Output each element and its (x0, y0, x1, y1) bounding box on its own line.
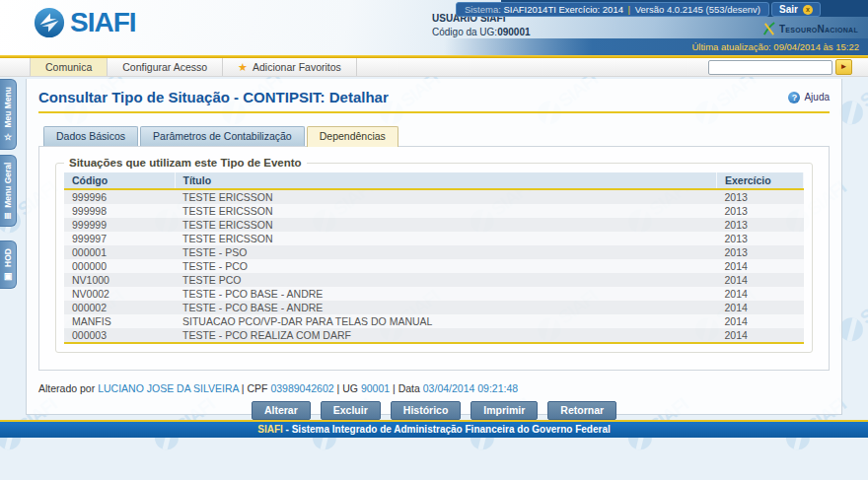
last-update: Última atualização: 09/04/2014 às 15:22 (691, 41, 859, 52)
footer-brand: SIAFI (257, 424, 283, 435)
audit-user-name: LUCIANO JOSE DA SILVEIRA (98, 382, 239, 394)
help-icon: ? (788, 92, 800, 103)
excluir-button[interactable]: Excluir (321, 401, 381, 420)
tab-label: Dados Básicos (56, 130, 125, 142)
help-link[interactable]: ? Ajuda (788, 92, 830, 103)
nav-tab-label: Adicionar Favoritos (253, 61, 341, 73)
cell-codigo: 999999 (64, 218, 175, 232)
tab-label: Parâmetros de Contabilização (153, 130, 292, 142)
cell-codigo: 999998 (64, 204, 175, 218)
footer-text: - Sistema Integrado de Administração Fin… (286, 424, 611, 435)
table-row: 000001TESTE - PSO2013 (64, 245, 804, 259)
alterar-button[interactable]: Alterar (252, 401, 311, 420)
cell-codigo: MANFIS (64, 314, 175, 328)
table-row: 000000TESTE - PCO2014 (64, 259, 804, 273)
retornar-button[interactable]: Retornar (547, 401, 616, 420)
left-sidebar: ☆ Meu Menu ≣ Menu Geral ▣ HOD (0, 79, 19, 294)
nav-tab-label: Configurar Acesso (122, 61, 207, 73)
nav-tab-label: Comunica (45, 61, 92, 73)
action-buttons: Alterar Excluir Histórico Imprimir Retor… (38, 401, 830, 420)
cell-titulo: TESTE - PCO BASE - ANDRE (175, 301, 717, 314)
audit-prefix: Alterado por (38, 382, 95, 394)
cell-codigo: 999997 (64, 232, 175, 245)
sidebar-item-meu-menu[interactable]: ☆ Meu Menu (0, 79, 17, 150)
favorite-star-icon: ★ (238, 61, 248, 74)
nav-tab-adicionar-favoritos[interactable]: ★ Adicionar Favoritos (223, 58, 357, 76)
cell-titulo: SITUACAO PCO/VP-DAR PARA TELAS DO MANUAL (175, 314, 717, 328)
cell-codigo: 000000 (64, 259, 175, 273)
historico-button[interactable]: Histórico (391, 401, 462, 420)
siafi-app: SIAFISIAFISIAFISIAFISIAFISIAFISIAFISIAFI… (0, 0, 868, 480)
header: SIAFI USUARIO SIAFI Código da UG:090001 … (0, 0, 868, 55)
ug-value: 090001 (497, 27, 530, 37)
cell-codigo: 000003 (64, 328, 175, 343)
sidebar-item-hod[interactable]: ▣ HOD (0, 240, 17, 289)
audit-cpf-value: 03989042602 (270, 382, 333, 394)
audit-info: Alterado por LUCIANO JOSE DA SILVEIRA | … (38, 382, 830, 394)
nav-tab-comunica[interactable]: Comunica (30, 58, 108, 76)
system-label: Sistema: (465, 4, 501, 15)
quick-search: ► (708, 59, 852, 75)
system-separator: | (628, 4, 630, 15)
fieldset-legend: Situações que utilizam este Tipo de Even… (64, 157, 307, 169)
star-icon: ☆ (3, 132, 13, 142)
logout-icon: x (803, 5, 813, 15)
audit-datetime: 03/04/2014 09:21:48 (423, 382, 518, 394)
header-yellow-rule (0, 55, 868, 58)
cell-exercicio: 2013 (717, 218, 804, 232)
quick-search-go-button[interactable]: ► (835, 59, 852, 75)
siafi-logo-text: SIAFI (70, 7, 136, 38)
cell-titulo: TESTE - PCO REALIZA COM DARF (175, 328, 717, 343)
cell-titulo: TESTE - PCO (175, 259, 717, 273)
system-version: Versão 4.0.2145 (553/desenv) (635, 4, 760, 15)
ug-label: Código da UG: (432, 27, 497, 37)
sidebar-item-menu-geral[interactable]: ≣ Menu Geral (0, 155, 17, 228)
dependencias-panel: Situações que utilizam este Tipo de Even… (38, 146, 830, 371)
tesouro-nacional-icon (761, 22, 776, 36)
tab-parametros-contabilizacao[interactable]: Parâmetros de Contabilização (140, 126, 305, 146)
cell-titulo: TESTE ERICSSON (175, 189, 717, 204)
quick-search-input[interactable] (708, 60, 832, 75)
cell-codigo: NV0002 (64, 287, 175, 301)
audit-ug-value: 90001 (361, 382, 390, 394)
cell-exercicio: 2013 (717, 245, 804, 259)
cell-exercicio: 2014 (717, 287, 804, 301)
cell-exercicio: 2014 (717, 314, 804, 328)
cell-exercicio: 2014 (717, 301, 804, 314)
imprimir-button[interactable]: Imprimir (470, 401, 538, 420)
logout-button[interactable]: Sair x (771, 2, 821, 17)
table-row: 000003TESTE - PCO REALIZA COM DARF2014 (64, 328, 804, 343)
table-row: NV0002TESTE - PCO BASE - ANDRE2014 (64, 287, 804, 301)
cell-titulo: TESTE ERICSSON (175, 232, 717, 245)
table-row: 999996TESTE ERICSSON2013 (64, 189, 804, 204)
audit-data-label: | Data (393, 382, 420, 394)
table-header: Código Título Exercício (64, 172, 804, 189)
footer-bar: SIAFI - Sistema Integrado de Administraç… (0, 422, 868, 438)
table-row: 999999TESTE ERICSSON2013 (64, 218, 804, 232)
table-row: 999998TESTE ERICSSON2013 (64, 204, 804, 218)
cell-exercicio: 2014 (717, 328, 804, 343)
column-header-titulo: Título (175, 172, 717, 189)
cell-codigo: NV1000 (64, 273, 175, 287)
menu-icon: ≣ (3, 212, 13, 220)
page-title: Consultar Tipo de Situação - CONTIPSIT: … (38, 89, 389, 105)
audit-ug-label: | UG (337, 382, 358, 394)
cell-exercicio: 2014 (717, 259, 804, 273)
title-rule (38, 111, 830, 113)
content-panel: Consultar Tipo de Situação - CONTIPSIT: … (26, 79, 842, 415)
cell-titulo: TESTE PCO (175, 273, 717, 287)
cell-codigo: 999996 (64, 189, 175, 204)
column-header-exercicio: Exercício (717, 172, 804, 189)
nav-tab-configurar-acesso[interactable]: Configurar Acesso (108, 58, 223, 76)
siafi-logo-icon (34, 7, 65, 38)
tab-dependencias[interactable]: Dependências (307, 126, 398, 147)
table-row: MANFISSITUACAO PCO/VP-DAR PARA TELAS DO … (64, 314, 804, 328)
terminal-icon: ▣ (3, 271, 13, 281)
sidebar-item-label: HOD (3, 248, 13, 267)
cell-exercicio: 2013 (717, 189, 804, 204)
help-label: Ajuda (804, 92, 830, 103)
logout-label: Sair (779, 4, 798, 15)
tesouro-nacional-text: TesouroNacional (779, 24, 858, 34)
cell-titulo: TESTE - PSO (175, 245, 717, 259)
tab-dados-basicos[interactable]: Dados Básicos (43, 126, 138, 146)
